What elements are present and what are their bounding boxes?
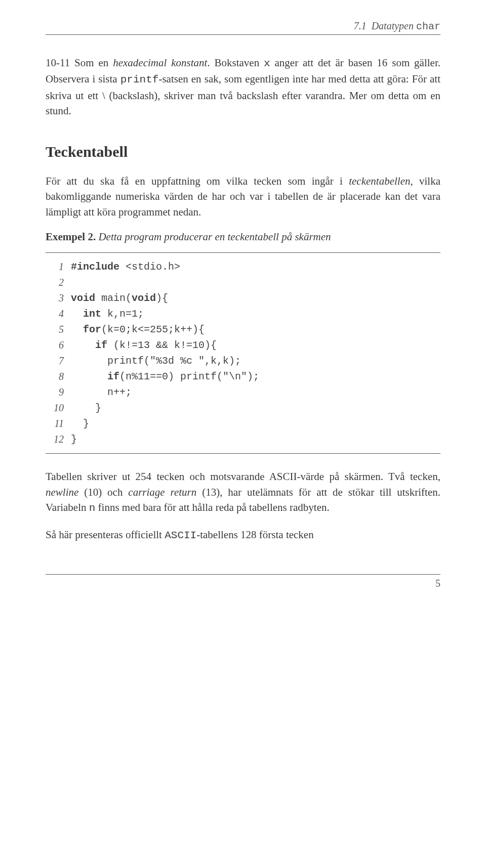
code-line: 10 } [46, 400, 440, 416]
paragraph-1: 10-11 Som en hexadecimal konstant. Bokst… [46, 55, 440, 119]
inline-code: n [89, 502, 96, 514]
running-header: 7.1 Datatypen char [46, 20, 440, 35]
example-caption: Exempel 2. Detta program producerar en t… [46, 231, 440, 243]
code-line: 8 if(n%11==0) printf("\n"); [46, 369, 440, 384]
header-title-mono: char [416, 21, 440, 32]
italic-phrase: carriage return [128, 486, 196, 498]
page-footer: 5 [46, 574, 440, 589]
inline-code: printf [120, 74, 159, 85]
example-label: Exempel 2. [46, 231, 96, 243]
line-ref: 10-11 [46, 57, 70, 69]
italic-phrase: teckentabellen [349, 175, 410, 187]
page: 7.1 Datatypen char 10-11 Som en hexadeci… [0, 0, 486, 615]
code-line: 11 } [46, 416, 440, 431]
page-number: 5 [435, 578, 440, 589]
code-line: 12} [46, 431, 440, 447]
example-desc: Detta program producerar en teckentabell… [98, 231, 331, 243]
code-line: 9 n++; [46, 384, 440, 400]
code-line: 6 if (k!=13 && k!=10){ [46, 337, 440, 353]
header-section-num: 7.1 [354, 20, 367, 31]
code-line: 5 for(k=0;k<=255;k++){ [46, 322, 440, 337]
code-listing: 1#include <stdio.h> 2 3void main(void){ … [46, 252, 440, 454]
inline-code: ASCII [165, 530, 196, 541]
code-line: 3void main(void){ [46, 290, 440, 306]
code-line: 2 [46, 275, 440, 290]
paragraph-2: För att du ska få en uppfattning om vilk… [46, 173, 440, 220]
italic-phrase: hexadecimal konstant [113, 57, 207, 69]
paragraph-4: Så här presenteras officiellt ASCII-tabe… [46, 527, 440, 543]
paragraph-3: Tabellen skriver ut 254 tecken och motsv… [46, 469, 440, 516]
header-title-pre: Datatypen [372, 20, 416, 31]
code-line: 1#include <stdio.h> [46, 259, 440, 275]
section-title: Teckentabell [46, 143, 440, 160]
code-line: 4 int k,n=1; [46, 306, 440, 322]
italic-phrase: newline [46, 486, 78, 498]
inline-code: x [264, 58, 270, 69]
code-line: 7 printf("%3d %c ",k,k); [46, 353, 440, 369]
